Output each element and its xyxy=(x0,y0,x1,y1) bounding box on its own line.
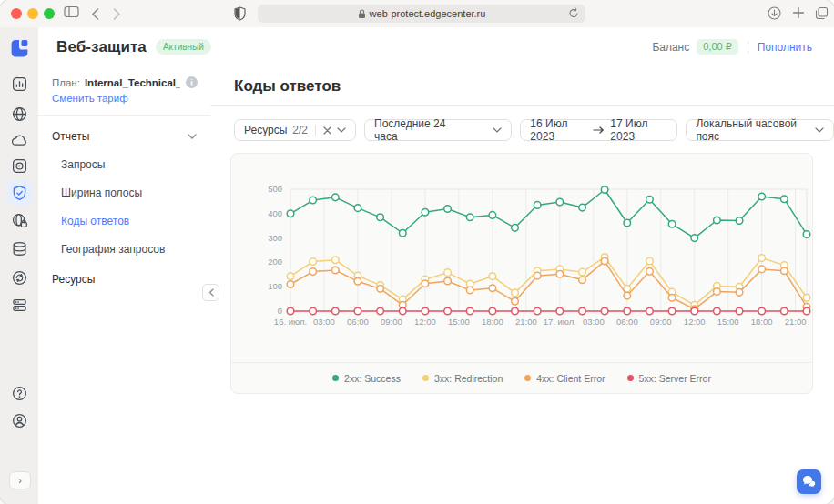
tab-overview-icon[interactable] xyxy=(815,6,829,24)
data-point[interactable] xyxy=(736,307,743,315)
data-point[interactable] xyxy=(354,205,361,212)
data-point[interactable] xyxy=(758,266,766,273)
data-point[interactable] xyxy=(377,307,384,315)
data-point[interactable] xyxy=(691,235,698,242)
date-range-filter[interactable]: 16 Июл 2023 17 Июл 2023 xyxy=(520,119,677,141)
nav-item-requests[interactable]: Запросы xyxy=(52,158,197,171)
data-point[interactable] xyxy=(287,281,294,288)
collapse-panel-handle[interactable] xyxy=(202,284,219,301)
clear-filter-icon[interactable] xyxy=(323,126,331,135)
url-bar[interactable]: web-protect.edgecenter.ru xyxy=(258,5,585,23)
privacy-shield-icon[interactable] xyxy=(234,6,246,25)
data-point[interactable] xyxy=(758,193,766,200)
data-point[interactable] xyxy=(803,294,810,301)
data-point[interactable] xyxy=(489,273,496,280)
data-point[interactable] xyxy=(287,210,294,217)
data-point[interactable] xyxy=(444,307,452,315)
data-point[interactable] xyxy=(444,277,452,285)
data-point[interactable] xyxy=(377,286,384,293)
forward-icon[interactable] xyxy=(113,7,121,24)
data-point[interactable] xyxy=(579,268,586,276)
data-point[interactable] xyxy=(556,307,564,315)
data-point[interactable] xyxy=(646,268,654,276)
data-point[interactable] xyxy=(489,307,496,315)
data-point[interactable] xyxy=(444,206,452,213)
streaming-icon[interactable] xyxy=(6,153,32,178)
data-point[interactable] xyxy=(287,307,294,315)
back-icon[interactable] xyxy=(91,7,99,24)
help-icon[interactable] xyxy=(6,380,32,406)
nav-item-response-codes[interactable]: Коды ответов xyxy=(52,215,197,227)
cdn-globe-icon[interactable] xyxy=(6,101,32,126)
data-point[interactable] xyxy=(377,214,384,221)
data-point[interactable] xyxy=(601,186,608,194)
data-point[interactable] xyxy=(489,285,496,292)
reload-icon[interactable] xyxy=(568,7,579,21)
data-point[interactable] xyxy=(422,280,429,287)
data-point[interactable] xyxy=(354,307,361,315)
data-point[interactable] xyxy=(512,289,519,297)
legend-item[interactable]: 3xx: Redirection xyxy=(422,373,503,384)
data-point[interactable] xyxy=(624,307,631,315)
close-window-button[interactable] xyxy=(11,8,22,19)
data-point[interactable] xyxy=(287,273,294,280)
account-icon[interactable] xyxy=(6,408,32,433)
data-point[interactable] xyxy=(512,225,519,232)
data-point[interactable] xyxy=(310,197,317,204)
support-chat-button[interactable] xyxy=(797,469,821,494)
data-point[interactable] xyxy=(310,307,317,315)
timezone-filter[interactable]: Локальный часовой пояс xyxy=(686,119,834,141)
data-point[interactable] xyxy=(579,277,586,284)
data-point[interactable] xyxy=(781,307,788,315)
legend-item[interactable]: 2xx: Success xyxy=(332,373,401,384)
dns-lock-icon[interactable] xyxy=(6,207,32,233)
data-point[interactable] xyxy=(646,307,654,315)
topup-link[interactable]: Пополнить xyxy=(758,41,812,54)
data-point[interactable] xyxy=(803,231,810,238)
data-point[interactable] xyxy=(332,267,340,274)
data-point[interactable] xyxy=(714,288,721,296)
data-point[interactable] xyxy=(601,307,608,315)
data-point[interactable] xyxy=(310,268,317,276)
storage-icon[interactable] xyxy=(6,236,32,261)
data-point[interactable] xyxy=(512,307,519,315)
data-point[interactable] xyxy=(714,307,721,315)
data-point[interactable] xyxy=(714,217,721,224)
info-icon[interactable]: i xyxy=(186,76,198,88)
chevron-down-icon[interactable] xyxy=(337,127,346,133)
data-point[interactable] xyxy=(332,307,340,315)
period-filter[interactable]: Последние 24 часа xyxy=(364,119,512,141)
legend-item[interactable]: 5xx: Server Error xyxy=(627,373,711,384)
data-point[interactable] xyxy=(668,221,676,228)
nav-section-resources[interactable]: Ресурсы xyxy=(52,273,197,286)
data-point[interactable] xyxy=(332,257,340,264)
data-point[interactable] xyxy=(399,307,406,315)
nav-item-request-geography[interactable]: География запросов xyxy=(52,243,197,256)
resources-filter[interactable]: Ресурсы 2/2 xyxy=(234,119,356,141)
data-point[interactable] xyxy=(758,307,766,315)
zoom-window-button[interactable] xyxy=(44,8,55,19)
minimize-window-button[interactable] xyxy=(27,8,38,19)
data-point[interactable] xyxy=(646,196,654,203)
data-point[interactable] xyxy=(556,198,564,206)
data-point[interactable] xyxy=(534,272,541,279)
data-point[interactable] xyxy=(624,292,631,299)
data-point[interactable] xyxy=(601,257,608,265)
new-tab-icon[interactable] xyxy=(792,6,805,23)
analytics-icon[interactable] xyxy=(6,71,32,96)
change-tariff-link[interactable]: Сменить тариф xyxy=(52,93,128,104)
data-point[interactable] xyxy=(579,204,586,211)
data-point[interactable] xyxy=(781,267,788,275)
data-point[interactable] xyxy=(646,257,654,265)
sidebar-toggle-icon[interactable] xyxy=(64,5,79,22)
response-codes-line-chart[interactable]: 16. июл.03:0006:0009:0012:0015:0018:0021… xyxy=(231,154,812,362)
cloud-icon[interactable] xyxy=(6,127,32,153)
data-point[interactable] xyxy=(691,307,698,315)
data-point[interactable] xyxy=(422,208,429,216)
servers-icon[interactable] xyxy=(6,292,32,318)
nav-section-reports[interactable]: Отчеты xyxy=(52,130,197,143)
data-point[interactable] xyxy=(466,307,473,315)
data-point[interactable] xyxy=(466,214,473,221)
data-point[interactable] xyxy=(489,212,496,219)
data-point[interactable] xyxy=(579,307,586,315)
